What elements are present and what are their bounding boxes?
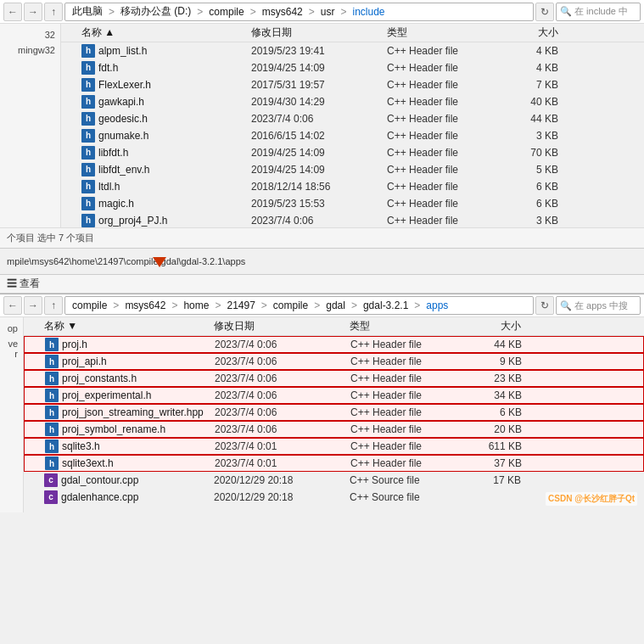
file-type: C++ Header file xyxy=(350,356,461,367)
refresh-button-1[interactable]: ↻ xyxy=(535,3,554,21)
table-row[interactable]: hFlexLexer.h2017/5/31 19:57C++ Header fi… xyxy=(61,76,644,93)
table-row[interactable]: hproj_json_streaming_writer.hpp2023/7/4 … xyxy=(24,404,644,421)
up-button[interactable]: ↑ xyxy=(44,3,63,21)
file-size: 34 KB xyxy=(461,389,529,401)
file-name: libfdt.h xyxy=(98,147,128,159)
sidebar-item-32[interactable]: 32 xyxy=(0,27,60,42)
view-label[interactable]: ☰ 查看 xyxy=(7,277,40,291)
breadcrumb-item-3[interactable]: msys642 xyxy=(259,4,306,20)
table-row[interactable]: hgawkapi.h2019/4/30 14:29C++ Header file… xyxy=(61,93,644,110)
file-icon: h xyxy=(45,372,59,385)
list-header-1: 名称 ▲ 修改日期 类型 大小 xyxy=(61,24,644,42)
back-button-2[interactable]: ← xyxy=(3,296,22,315)
breadcrumb-item-0[interactable]: 此电脑 xyxy=(69,3,106,20)
search-prefix-1: 🔍 在 include 中 xyxy=(560,5,628,18)
file-list-container-2: op ver 名称 ▼ 修改日期 类型 大小 hproj.h2023/7/4 0… xyxy=(0,317,644,512)
table-row[interactable]: hproj_constants.h2023/7/4 0:06C++ Header… xyxy=(24,370,644,387)
file-icon: c xyxy=(44,490,58,504)
file-size: 3 KB xyxy=(497,130,565,142)
file-name: proj_symbol_rename.h xyxy=(62,423,165,435)
table-row[interactable]: hlibfdt_env.h2019/4/25 14:09C++ Header f… xyxy=(61,161,644,178)
file-date: 2023/7/4 0:01 xyxy=(215,440,350,452)
up-button-2[interactable]: ↑ xyxy=(44,296,63,315)
breadcrumb2-item-4[interactable]: compile xyxy=(270,298,311,313)
file-list-container-1: 32 mingw32 名称 ▲ 修改日期 类型 大小 halpm_list.h2… xyxy=(0,24,644,227)
breadcrumb2-item-7[interactable]: apps xyxy=(423,298,451,313)
file-name: org_proj4_PJ.h xyxy=(98,215,167,227)
breadcrumb2-item-5[interactable]: gdal xyxy=(322,298,349,313)
file-list-1: 名称 ▲ 修改日期 类型 大小 halpm_list.h2019/5/23 19… xyxy=(61,24,644,227)
table-row[interactable]: hproj_symbol_rename.h2023/7/4 0:06C++ He… xyxy=(24,421,644,438)
table-row[interactable]: hproj.h2023/7/4 0:06C++ Header file44 KB xyxy=(24,336,644,353)
table-row[interactable]: hfdt.h2019/4/25 14:09C++ Header file4 KB xyxy=(61,59,644,76)
table-row[interactable]: halpm_list.h2019/5/23 19:41C++ Header fi… xyxy=(61,42,644,59)
file-icon: h xyxy=(45,355,59,368)
refresh-button-2[interactable]: ↻ xyxy=(535,296,554,315)
forward-button[interactable]: → xyxy=(24,3,42,21)
file-size: 44 KB xyxy=(461,339,529,350)
table-row[interactable]: hsqlite3.h2023/7/4 0:01C++ Header file61… xyxy=(24,438,644,455)
header-type-1[interactable]: 类型 xyxy=(387,25,497,40)
breadcrumb2-item-6[interactable]: gdal-3.2.1 xyxy=(360,298,412,313)
breadcrumb-item-4[interactable]: usr xyxy=(317,4,339,20)
table-row[interactable]: hltdl.h2018/12/14 18:56C++ Header file6 … xyxy=(61,178,644,195)
file-size: 611 KB xyxy=(461,440,529,452)
file-icon: h xyxy=(81,95,95,109)
header-name-1[interactable]: 名称 ▲ xyxy=(64,25,251,40)
file-date: 2016/6/15 14:02 xyxy=(251,130,387,142)
file-name: gnumake.h xyxy=(98,130,148,142)
file-size: 5 KB xyxy=(497,164,565,176)
watermark: CSDN @长沙红胖子Qt xyxy=(546,492,637,506)
file-type: C++ Header file xyxy=(387,62,497,74)
breadcrumb-item-2[interactable]: compile xyxy=(205,4,247,20)
breadcrumb-path-2[interactable]: compile > msys642 > home > 21497 > compi… xyxy=(64,296,534,315)
breadcrumb2-item-2[interactable]: home xyxy=(180,298,212,313)
middle-area: mpile\msys642\home\21497\compile\gdal\gd… xyxy=(0,248,644,275)
table-row[interactable]: horg_proj4_PJ.h2023/7/4 0:06C++ Header f… xyxy=(61,212,644,227)
breadcrumb2-item-1[interactable]: msys642 xyxy=(121,298,169,313)
header-date-2[interactable]: 修改日期 xyxy=(214,319,350,333)
header-date-1[interactable]: 修改日期 xyxy=(251,25,387,40)
breadcrumb-item-1[interactable]: 移动办公盘 (D:) xyxy=(117,3,194,20)
breadcrumb2-item-3[interactable]: 21497 xyxy=(223,298,258,313)
sidebar-item-ver[interactable]: ver xyxy=(0,336,23,361)
breadcrumb2-item-0[interactable]: compile xyxy=(69,298,110,313)
header-size-1[interactable]: 大小 xyxy=(497,25,565,40)
search-container-1: 🔍 在 include 中 xyxy=(556,3,641,21)
file-date: 2019/5/23 19:41 xyxy=(251,45,387,57)
file-name: magic.h xyxy=(98,198,134,210)
breadcrumb-path-1[interactable]: 此电脑 > 移动办公盘 (D:) > compile > msys642 > u… xyxy=(64,3,534,21)
file-date: 2023/7/4 0:06 xyxy=(215,356,350,367)
file-size: 70 KB xyxy=(497,147,565,159)
file-type: C++ Header file xyxy=(350,372,461,384)
table-row[interactable]: hmagic.h2019/5/23 15:53C++ Header file6 … xyxy=(61,195,644,212)
file-date: 2019/4/30 14:29 xyxy=(251,96,387,108)
breadcrumb-item-5[interactable]: include xyxy=(349,4,388,20)
file-name: proj_constants.h xyxy=(62,372,137,384)
header-name-2[interactable]: 名称 ▼ xyxy=(27,319,214,333)
toolbar-2: ☰ 查看 xyxy=(0,275,644,294)
header-size-2[interactable]: 大小 xyxy=(460,319,528,333)
file-icon: h xyxy=(81,146,95,160)
table-row[interactable]: hgeodesic.h2023/7/4 0:06C++ Header file4… xyxy=(61,110,644,127)
file-name: FlexLexer.h xyxy=(98,79,151,91)
file-size: 6 KB xyxy=(497,181,565,193)
table-row[interactable]: hlibfdt.h2019/4/25 14:09C++ Header file7… xyxy=(61,144,644,161)
file-size: 23 KB xyxy=(461,372,529,384)
file-icon: h xyxy=(81,61,95,75)
breadcrumb-bar-1: ← → ↑ 此电脑 > 移动办公盘 (D:) > compile > msys6… xyxy=(0,0,644,24)
table-row[interactable]: hsqlite3ext.h2023/7/4 0:01C++ Header fil… xyxy=(24,455,644,472)
table-row[interactable]: hproj_experimental.h2023/7/4 0:06C++ Hea… xyxy=(24,387,644,404)
file-date: 2023/7/4 0:06 xyxy=(215,389,350,401)
file-date: 2018/12/14 18:56 xyxy=(251,181,387,193)
forward-button-2[interactable]: → xyxy=(24,296,42,315)
table-row[interactable]: cgdal_contour.cpp2020/12/29 20:18C++ Sou… xyxy=(24,472,644,489)
sidebar-item-op[interactable]: op xyxy=(0,321,23,336)
back-button[interactable]: ← xyxy=(3,3,22,21)
file-name: gdalenhance.cpp xyxy=(61,491,138,503)
header-type-2[interactable]: 类型 xyxy=(350,319,460,333)
file-name: sqlite3.h xyxy=(62,440,100,452)
table-row[interactable]: hproj_api.h2023/7/4 0:06C++ Header file9… xyxy=(24,353,644,370)
table-row[interactable]: hgnumake.h2016/6/15 14:02C++ Header file… xyxy=(61,127,644,144)
sidebar-item-mingw32[interactable]: mingw32 xyxy=(0,42,60,58)
